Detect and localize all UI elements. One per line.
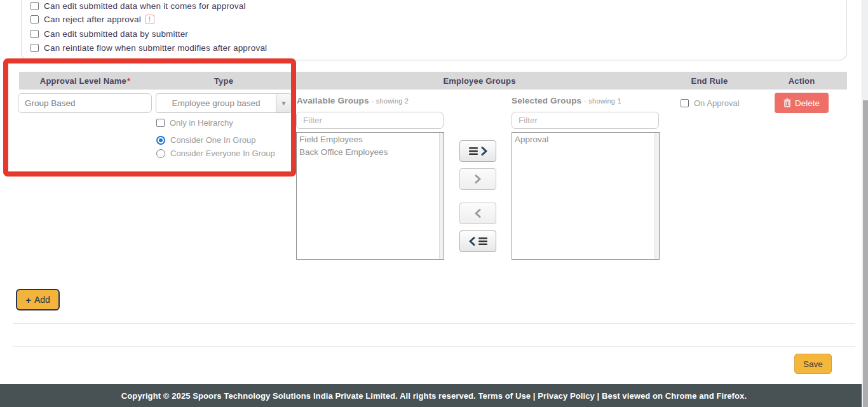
available-groups-title: Available Groups	[297, 96, 369, 105]
listbox-scrollbar[interactable]	[654, 133, 659, 259]
checkbox-can-reinitiate-flow[interactable]	[31, 44, 39, 52]
permission-row: Can reintiate flow when submitter modifi…	[31, 43, 267, 53]
available-groups-count: - showing 2	[372, 97, 409, 105]
add-approval-level-button[interactable]: + Add	[16, 289, 60, 310]
add-button-label: Add	[34, 295, 50, 305]
page-scrollbar-track[interactable]	[862, 0, 868, 407]
permission-row: Can edit submitted data by submitter	[31, 29, 188, 39]
only-in-hierarchy-row: Only in Heirarchy	[156, 118, 233, 128]
checkbox-can-edit-on-approval[interactable]	[31, 2, 39, 10]
delete-button[interactable]: Delete	[775, 93, 829, 113]
save-button[interactable]: Save	[794, 354, 832, 374]
permission-label: Can reject after approval	[44, 15, 141, 24]
radio-consider-one-in-group[interactable]	[156, 136, 165, 145]
warning-icon[interactable]: !	[145, 15, 154, 24]
permission-label: Can reintiate flow when submitter modifi…	[44, 43, 267, 53]
checkbox-can-edit-by-submitter[interactable]	[31, 30, 39, 38]
divider	[13, 323, 855, 324]
approval-flow-page: Can edit submitted data when it comes fo…	[0, 0, 868, 407]
column-header-action: Action	[756, 72, 847, 90]
selected-groups-listbox[interactable]: Approval	[512, 132, 660, 260]
column-header-approval-level-name: Approval Level Name*	[19, 72, 151, 90]
privacy-policy-link[interactable]: Privacy Policy	[538, 391, 595, 401]
header-label: End Rule	[691, 76, 728, 86]
move-left-button[interactable]	[459, 203, 496, 224]
selected-group-item[interactable]: Approval	[512, 133, 654, 145]
chevron-right-icon	[481, 147, 487, 156]
selected-groups-count: - showing 1	[584, 97, 621, 105]
header-label: Approval Level Name	[40, 76, 126, 86]
delete-button-label: Delete	[795, 98, 820, 108]
on-approval-label: On Approval	[694, 98, 740, 108]
only-in-hierarchy-label: Only in Heirarchy	[170, 118, 233, 128]
consider-everyone-label: Consider Everyone In Group	[170, 149, 275, 158]
available-groups-heading: Available Groups - showing 2	[297, 96, 409, 105]
available-group-item[interactable]: Field Employees	[297, 133, 438, 145]
footer: Copyright © 2025 Spoors Technology Solut…	[0, 384, 868, 407]
footer-separator: |	[595, 391, 602, 401]
consider-one-row: Consider One In Group	[156, 135, 255, 145]
permission-label: Can edit submitted data when it comes fo…	[44, 1, 246, 11]
header-label: Type	[214, 76, 233, 86]
permission-label: Can edit submitted data by submitter	[44, 29, 188, 39]
move-right-button[interactable]	[459, 168, 496, 190]
radio-consider-everyone-in-group[interactable]	[156, 149, 165, 158]
chevron-left-icon	[469, 237, 475, 246]
required-asterisk: *	[127, 76, 130, 86]
browser-note-text: Best viewed on Chrome and Firefox.	[602, 391, 747, 401]
checkbox-on-approval[interactable]	[681, 99, 689, 107]
list-icon	[469, 147, 478, 155]
copyright-text: Copyright © 2025 Spoors Technology Solut…	[121, 391, 478, 401]
consider-one-label: Consider One In Group	[170, 135, 255, 145]
selected-groups-heading: Selected Groups - showing 1	[512, 96, 621, 105]
column-header-end-rule: End Rule	[663, 72, 756, 90]
permission-row: Can reject after approval !	[31, 14, 154, 24]
header-label: Employee Groups	[443, 76, 515, 86]
available-groups-listbox[interactable]: Field EmployeesBack Office Employees	[296, 132, 444, 260]
page-scrollbar-thumb[interactable]	[863, 100, 868, 407]
selected-groups-title: Selected Groups	[512, 96, 581, 105]
column-header-type: Type	[151, 72, 296, 90]
type-select-value: Employee group based	[156, 94, 276, 112]
divider	[13, 346, 855, 347]
selected-groups-filter-input[interactable]	[512, 112, 659, 129]
header-label: Action	[789, 76, 815, 86]
terms-of-use-link[interactable]: Terms of Use	[478, 391, 531, 401]
chevron-right-icon	[475, 175, 481, 183]
list-icon	[478, 237, 487, 245]
move-all-left-button[interactable]	[459, 230, 496, 252]
end-rule-row: On Approval	[681, 98, 740, 108]
footer-separator: |	[531, 391, 538, 401]
permission-row: Can edit submitted data when it comes fo…	[31, 1, 246, 11]
chevron-down-icon[interactable]: ▼	[276, 94, 291, 112]
approval-level-name-input[interactable]	[18, 93, 152, 113]
available-group-item[interactable]: Back Office Employees	[297, 145, 438, 158]
type-select[interactable]: Employee group based ▼	[156, 93, 292, 113]
trash-icon	[783, 98, 791, 107]
listbox-scrollbar[interactable]	[439, 133, 444, 259]
available-groups-filter-input[interactable]	[296, 112, 444, 129]
plus-icon: +	[25, 295, 31, 305]
chevron-left-icon	[475, 209, 481, 218]
column-header-employee-groups: Employee Groups	[296, 72, 663, 90]
checkbox-can-reject-after-approval[interactable]	[31, 15, 39, 23]
checkbox-only-in-hierarchy[interactable]	[156, 119, 165, 127]
move-all-right-button[interactable]	[459, 140, 496, 162]
consider-everyone-row: Consider Everyone In Group	[156, 149, 275, 158]
